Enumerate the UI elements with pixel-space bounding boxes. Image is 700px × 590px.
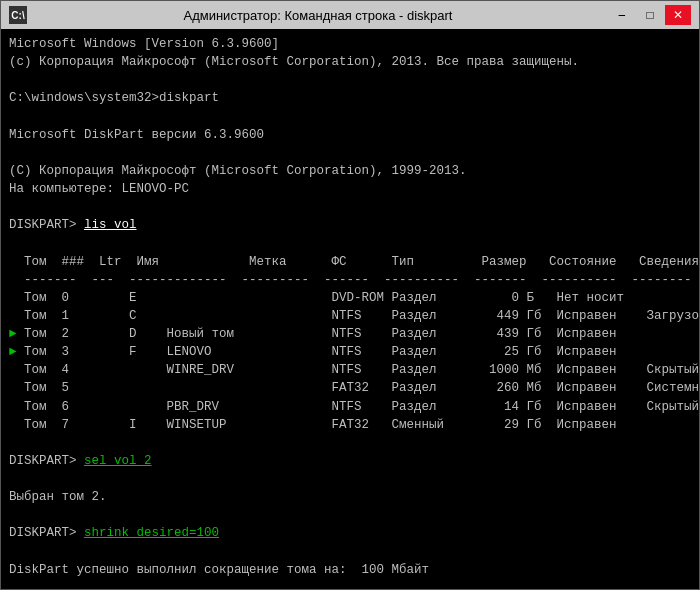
- line-1: Microsoft Windows [Version 6.3.9600]: [9, 35, 691, 53]
- maximize-button[interactable]: □: [637, 5, 663, 25]
- line-blank-4: [9, 198, 691, 216]
- line-2: (c) Корпорация Майкрософт (Microsoft Cor…: [9, 53, 691, 71]
- close-button[interactable]: ✕: [665, 5, 691, 25]
- table-row-1: Том 1 C NTFS Раздел 449 Гб Исправен Загр…: [9, 307, 691, 325]
- line-shrink-out: DiskPart успешно выполнил сокращение том…: [9, 561, 691, 579]
- line-blank-7: [9, 470, 691, 488]
- table-row-4: Том 4 WINRE_DRV NTFS Раздел 1000 Мб Испр…: [9, 361, 691, 379]
- window: C:\ Администратор: Командная строка - di…: [0, 0, 700, 590]
- line-blank-3: [9, 144, 691, 162]
- table-row-6: Том 6 PBR_DRV NTFS Раздел 14 Гб Исправен…: [9, 398, 691, 416]
- table-row-2: ► Том 2 D Новый том NTFS Раздел 439 Гб И…: [9, 325, 691, 343]
- line-selvol-cmd: DISKPART> sel vol 2: [9, 452, 691, 470]
- table-underline: ------- --- ------------- --------- ----…: [9, 271, 691, 289]
- line-blank-6: [9, 434, 691, 452]
- table-row-7: Том 7 I WINSETUP FAT32 Сменный 29 Гб Исп…: [9, 416, 691, 434]
- line-blank-5: [9, 234, 691, 252]
- line-4: Microsoft DiskPart версии 6.3.9600: [9, 126, 691, 144]
- table-header: Том ### Ltr Имя Метка ФС Тип Размер Сост…: [9, 253, 691, 271]
- line-blank-9: [9, 543, 691, 561]
- terminal-area[interactable]: Microsoft Windows [Version 6.3.9600] (c)…: [1, 29, 699, 589]
- table-row-3: ► Том 3 F LENOVO NTFS Раздел 25 Гб Испра…: [9, 343, 691, 361]
- window-icon: C:\: [9, 6, 27, 24]
- line-lisvol-cmd: DISKPART> lis vol: [9, 216, 691, 234]
- line-blank-1: [9, 71, 691, 89]
- titlebar: C:\ Администратор: Командная строка - di…: [1, 1, 699, 29]
- table-row-5: Том 5 FAT32 Раздел 260 Мб Исправен Систе…: [9, 379, 691, 397]
- line-blank-10: [9, 579, 691, 589]
- line-3: C:\windows\system32>diskpart: [9, 89, 691, 107]
- window-controls[interactable]: ‒ □ ✕: [609, 5, 691, 25]
- line-5: (C) Корпорация Майкрософт (Microsoft Cor…: [9, 162, 691, 180]
- line-shrink-cmd: DISKPART> shrink desired=100: [9, 524, 691, 542]
- line-blank-2: [9, 108, 691, 126]
- line-6: На компьютере: LENOVO-PC: [9, 180, 691, 198]
- line-blank-8: [9, 506, 691, 524]
- line-selvol-out: Выбран том 2.: [9, 488, 691, 506]
- minimize-button[interactable]: ‒: [609, 5, 635, 25]
- table-row-0: Том 0 E DVD-ROM Раздел 0 Б Нет носит: [9, 289, 691, 307]
- window-title: Администратор: Командная строка - diskpa…: [27, 8, 609, 23]
